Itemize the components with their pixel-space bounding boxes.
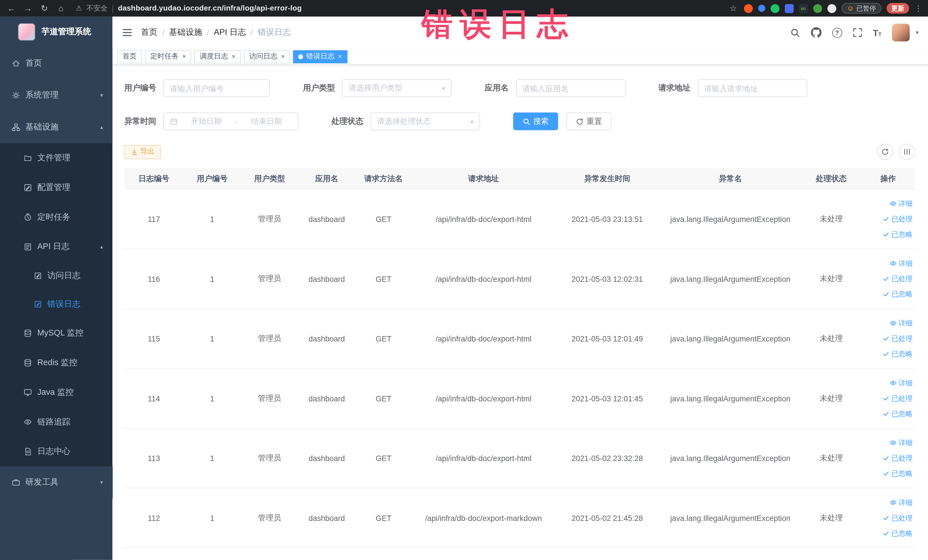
sidebar-item-scheduled-jobs[interactable]: 定时任务 [0, 203, 112, 232]
filter-user-type: 用户类型 请选择用户类型 ▾ [303, 79, 452, 97]
action-line: 详细 [865, 256, 913, 271]
extension-paused-badge[interactable]: ☺ 已暂停 [841, 3, 882, 14]
fullscreen-icon[interactable] [853, 28, 862, 37]
close-icon[interactable]: × [182, 53, 186, 60]
reload-icon[interactable]: ↻ [39, 3, 50, 13]
sidebar-item-dev-tools[interactable]: 研发工具▾ [0, 467, 112, 498]
help-icon[interactable]: ? [832, 27, 842, 37]
user-type-select[interactable]: 请选择用户类型 ▾ [342, 79, 452, 97]
refresh-button[interactable] [877, 144, 893, 160]
user-id-input-field[interactable] [170, 84, 263, 93]
cell-url: /api/infra/db-doc/export-html [412, 275, 555, 283]
app-name-input[interactable] [516, 79, 625, 97]
tab-2[interactable]: 调度日志× [194, 50, 241, 63]
back-icon[interactable]: ← [6, 3, 17, 13]
browser-menu-icon[interactable]: ⋮ [914, 4, 922, 12]
ignored-link[interactable]: 已忽略 [882, 406, 913, 421]
sidebar-logo[interactable]: 芋道管理系统 [0, 17, 112, 47]
ignored-link[interactable]: 已忽略 [882, 227, 913, 242]
processed-link[interactable]: 已处理 [882, 391, 913, 406]
bookmark-star-icon[interactable]: ☆ [728, 3, 738, 13]
detail-link[interactable]: 详细 [890, 196, 913, 211]
sidebar-item-infrastructure[interactable]: 基础设施▴ [0, 111, 112, 143]
address-bar[interactable]: ⚠ 不安全 | dashboard.yudao.iocoder.cn/infra… [72, 3, 722, 13]
tab-3[interactable]: 访问日志× [244, 50, 290, 63]
timer-icon [24, 213, 32, 221]
breadcrumb-item[interactable]: 首页 [141, 27, 157, 38]
font-size-icon[interactable]: TT [873, 28, 882, 37]
tab-1[interactable]: 定时任务× [145, 50, 191, 63]
request-url-input-field[interactable] [704, 84, 800, 93]
header-actions: ? TT ▾ [790, 24, 919, 41]
processed-link[interactable]: 已处理 [882, 211, 913, 227]
extension-icon-7[interactable] [827, 4, 836, 12]
ignored-link[interactable]: 已忽略 [882, 346, 913, 362]
reset-button[interactable]: 重置 [566, 112, 611, 130]
detail-link[interactable]: 详细 [890, 256, 913, 271]
sidebar-item-api-log[interactable]: API 日志▴ [0, 232, 112, 262]
close-icon[interactable]: × [338, 53, 342, 60]
ignored-link[interactable]: 已忽略 [882, 287, 913, 302]
chrome-update-button[interactable]: 更新 [887, 3, 909, 14]
export-button[interactable]: 导出 [124, 145, 161, 159]
cell-user-id: 1 [183, 275, 241, 283]
cell-actions: 详细已处理已忽略 [861, 256, 915, 302]
sidebar-item-system-management[interactable]: 系统管理▾ [0, 79, 112, 111]
user-avatar[interactable] [892, 24, 910, 41]
github-icon[interactable] [811, 27, 821, 38]
action-line: 已忽略 [865, 227, 913, 242]
avatar-caret-icon[interactable]: ▾ [916, 30, 919, 36]
columns-settings-button[interactable] [899, 144, 915, 160]
processed-link[interactable]: 已处理 [882, 331, 913, 346]
extension-icon-6[interactable] [813, 4, 822, 12]
detail-link[interactable]: 详细 [890, 316, 913, 331]
sidebar-item-log-center[interactable]: 日志中心 [0, 437, 112, 467]
forward-icon[interactable]: → [23, 3, 33, 13]
close-icon[interactable]: × [281, 53, 285, 60]
cell-method: GET [355, 453, 412, 462]
sidebar-item-label: 日志中心 [37, 446, 70, 457]
sidebar-item-file-management[interactable]: 文件管理 [0, 143, 112, 173]
detail-link[interactable]: 详细 [890, 375, 913, 391]
sidebar-item-trace[interactable]: 链路追踪 [0, 407, 112, 437]
browser-home-icon[interactable]: ⌂ [56, 3, 66, 13]
processed-link[interactable]: 已处理 [882, 510, 913, 525]
detail-link[interactable]: 详细 [890, 435, 913, 450]
extension-icon-2[interactable] [758, 5, 765, 12]
cell-actions: 详细已处理已忽略 [861, 196, 915, 242]
extension-icon-1[interactable] [744, 4, 752, 12]
app-name-input-field[interactable] [522, 84, 619, 93]
sidebar-toggle-icon[interactable] [122, 27, 132, 38]
ignored-link[interactable]: 已忽略 [882, 525, 913, 541]
process-status-select[interactable]: 请选择处理状态 ▾ [371, 112, 480, 130]
search-icon[interactable] [790, 27, 800, 37]
request-url-input[interactable] [698, 79, 807, 97]
processed-link[interactable]: 已处理 [882, 271, 913, 287]
sidebar-item-label: MySQL 监控 [37, 328, 84, 338]
breadcrumb-item[interactable]: API 日志 [214, 27, 246, 38]
check-icon [882, 350, 890, 357]
breadcrumb-item[interactable]: 基础设施 [169, 27, 202, 38]
sidebar-item-java-monitor[interactable]: Java 监控 [0, 378, 112, 407]
close-icon[interactable]: × [232, 53, 235, 60]
ignored-link[interactable]: 已忽略 [882, 466, 913, 481]
sidebar-item-home[interactable]: 首页 [0, 47, 112, 79]
extension-icon-4[interactable] [785, 4, 794, 12]
tab-active-4[interactable]: 错误日志× [293, 50, 348, 63]
action-label: 已处理 [891, 391, 913, 406]
user-id-input[interactable] [163, 79, 270, 97]
sidebar-item-access-log[interactable]: 访问日志 [0, 262, 112, 290]
sidebar-item-redis-monitor[interactable]: Redis 监控 [0, 348, 112, 378]
action-label: 已忽略 [891, 525, 913, 541]
tab-0[interactable]: 首页 [117, 50, 142, 63]
sidebar-item-error-log[interactable]: 错误日志 [0, 290, 112, 319]
sidebar-item-mysql-monitor[interactable]: MySQL 监控 [0, 318, 112, 348]
sidebar-item-config-management[interactable]: 配置管理 [0, 173, 112, 203]
extension-icon-3[interactable] [771, 4, 779, 12]
processed-link[interactable]: 已处理 [882, 450, 913, 466]
date-range-picker[interactable]: 开始日期 - 结束日期 [163, 112, 298, 130]
extension-icon-5[interactable]: on [799, 4, 807, 12]
detail-link[interactable]: 详细 [890, 495, 913, 510]
search-button[interactable]: 搜索 [513, 112, 558, 130]
action-label: 已处理 [891, 510, 913, 525]
